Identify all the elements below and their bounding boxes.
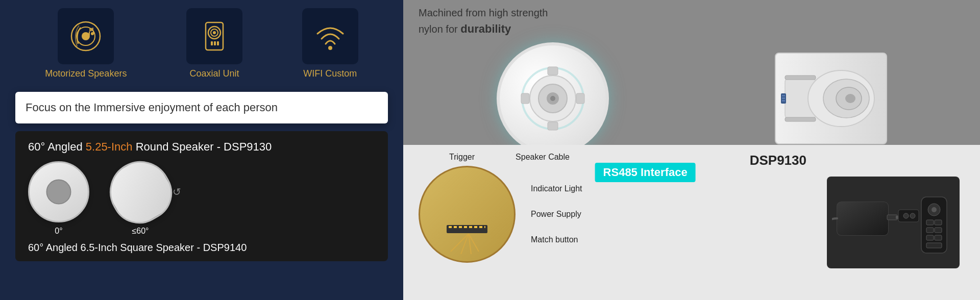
svg-point-10 <box>213 31 216 34</box>
svg-rect-55 <box>935 235 942 240</box>
svg-point-4 <box>87 33 90 36</box>
svg-rect-52 <box>926 228 934 233</box>
speaker-round-svg <box>517 63 589 134</box>
coaxial-unit-label: Coaxial Unit <box>190 68 239 79</box>
angle-label-0: 0° <box>55 227 62 236</box>
product2-suffix: Square Speaker - DSP9140 <box>117 242 247 253</box>
accessories-svg <box>832 182 954 263</box>
svg-line-37 <box>461 234 469 254</box>
product2-highlight: 6.5-Inch <box>81 242 117 253</box>
rotation-arrow: ↺ <box>173 186 181 198</box>
durability-description: Machined from high strength nylon for du… <box>419 5 965 37</box>
durability-line2: nylon for <box>419 23 460 35</box>
svg-rect-54 <box>926 235 934 240</box>
speaker-demos: 0° ↺ ≤60° <box>28 161 375 236</box>
svg-rect-41 <box>837 202 888 235</box>
svg-rect-12 <box>214 41 216 45</box>
speaker-demo-straight: 0° <box>28 161 89 236</box>
svg-rect-50 <box>926 220 934 225</box>
speaker-demo-angled: ↺ ≤60° <box>110 161 171 236</box>
svg-rect-11 <box>211 41 213 45</box>
right-labels: Indicator Light Power Supply Match butto… <box>531 184 582 244</box>
svg-point-46 <box>910 213 915 218</box>
speaker-diagram-circle <box>419 166 516 263</box>
motorized-speakers-label: Motorized Speakers <box>45 68 127 79</box>
left-panel: Motorized Speakers Coaxial Unit <box>0 0 403 300</box>
rs485-badge: RS485 Interface <box>595 163 696 182</box>
svg-rect-53 <box>935 228 942 233</box>
durability-bold: durability <box>460 22 511 35</box>
svg-point-14 <box>328 46 332 50</box>
connector-lines-svg <box>420 167 517 264</box>
svg-rect-56 <box>926 243 942 248</box>
svg-rect-20 <box>521 93 529 104</box>
svg-rect-31 <box>785 117 816 121</box>
durability-line1: Machined from high strength <box>419 7 548 18</box>
svg-rect-22 <box>548 67 558 75</box>
svg-rect-33 <box>782 95 785 96</box>
rs485-label: RS485 Interface <box>603 166 688 179</box>
features-row: Motorized Speakers Coaxial Unit <box>0 0 403 89</box>
svg-rect-35 <box>782 100 785 102</box>
trigger-label: Trigger <box>449 153 475 162</box>
wifi-icon-box <box>302 8 358 64</box>
svg-rect-13 <box>217 41 219 45</box>
right-bottom-section: DSP9130 RS485 Interface Trigger Speaker … <box>403 145 980 300</box>
focus-text: Focus on the Immersive enjoyment of each… <box>26 101 278 114</box>
speaker-side-image <box>697 53 965 144</box>
feature-coaxial-unit: Coaxial Unit <box>186 8 242 79</box>
match-label: Match button <box>531 235 582 244</box>
product1-highlight: 5.25-Inch <box>86 140 133 153</box>
right-panel: Machined from high strength nylon for du… <box>403 0 980 300</box>
product1-prefix: 60° Angled <box>28 140 86 153</box>
product2-title: 60° Angled 6.5-Inch Square Speaker - DSP… <box>28 242 375 254</box>
product1-title: 60° Angled 5.25-Inch Round Speaker - DSP… <box>28 140 375 154</box>
right-top-section: Machined from high strength nylon for du… <box>403 0 980 145</box>
speaker-front-view <box>28 161 89 222</box>
svg-point-49 <box>932 207 937 212</box>
indicator-label: Indicator Light <box>531 184 582 193</box>
dsp-title: DSP9130 <box>750 153 806 168</box>
wifi-custom-label: WIFI Custom <box>303 68 357 79</box>
svg-rect-30 <box>785 76 816 80</box>
coaxial-icon-box <box>186 8 242 64</box>
svg-rect-51 <box>935 220 942 225</box>
svg-rect-23 <box>548 122 558 130</box>
svg-point-45 <box>903 213 909 218</box>
accessories-box <box>827 177 960 268</box>
svg-point-6 <box>91 32 94 35</box>
feature-motorized-speakers: Motorized Speakers <box>45 8 127 79</box>
svg-rect-34 <box>782 97 785 99</box>
products-section: 60° Angled 5.25-Inch Round Speaker - DSP… <box>15 131 388 261</box>
feature-wifi-custom: WIFI Custom <box>302 8 358 79</box>
power-label: Power Supply <box>531 210 582 219</box>
speaker-round-visual <box>497 42 609 155</box>
wifi-icon <box>312 18 348 54</box>
speaker-side-svg <box>780 58 882 139</box>
product1-suffix: Round Speaker - DSP9130 <box>133 140 272 153</box>
angle-label-60: ≤60° <box>132 227 149 236</box>
accessories-area <box>822 153 965 292</box>
speaker-side-visual <box>775 53 887 144</box>
product2-prefix: 60° Angled <box>28 242 81 253</box>
coaxial-icon <box>197 18 232 54</box>
speaker-round-image <box>419 42 687 155</box>
motorized-speakers-icon-box <box>58 8 114 64</box>
motorized-speakers-icon <box>68 18 104 54</box>
diagram-container: DSP9130 RS485 Interface Trigger Speaker … <box>419 153 812 292</box>
speaker-angled-view <box>99 150 182 234</box>
svg-point-19 <box>550 96 555 101</box>
speaker-images-row <box>419 42 965 155</box>
svg-rect-21 <box>576 93 584 104</box>
svg-line-36 <box>451 234 469 252</box>
speaker-cable-label: Speaker Cable <box>516 153 570 162</box>
focus-banner: Focus on the Immersive enjoyment of each… <box>15 92 388 123</box>
svg-point-29 <box>845 94 855 103</box>
